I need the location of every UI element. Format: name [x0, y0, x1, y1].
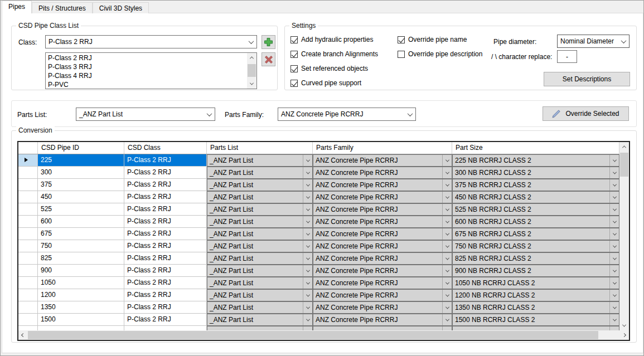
csd-class-cell[interactable]: P-Class 2 RRJ [124, 154, 207, 167]
list-item[interactable]: P-Class 4 RRJ [46, 71, 247, 80]
override-selected-button[interactable]: Override Selected [543, 106, 629, 121]
part-size-cell[interactable]: 450 NB RCRRJ CLASS 2 [452, 191, 619, 203]
parts-family-cell[interactable]: ANZ Concrete Pipe RCRRJ [313, 314, 452, 326]
csd-pipe-id-cell[interactable]: 1350 [38, 301, 124, 314]
grid-corner-cell[interactable] [18, 142, 38, 154]
csd-pipe-id-cell[interactable]: 900 [38, 265, 124, 277]
checkbox-curved-pipe-support[interactable]: Curved pipe support [290, 79, 361, 87]
parts-family-cell[interactable]: ANZ Concrete Pipe RCRRJ [313, 289, 452, 301]
class-list-scrollbar[interactable] [247, 53, 256, 89]
part-size-cell[interactable]: 1200 NB RCRRJ CLASS 2 [452, 289, 619, 301]
table-row[interactable]: 675P-Class 2 RRJ_ANZ Part ListANZ Concre… [18, 228, 619, 240]
list-item[interactable]: P-Class 2 RRJ [46, 53, 247, 62]
csd-pipe-id-cell[interactable]: 375 [38, 179, 124, 191]
class-listbox[interactable]: P-Class 2 RRJP-Class 3 RRJP-Class 4 RRJP… [45, 52, 257, 89]
csd-pipe-id-cell[interactable]: 1050 [38, 277, 124, 289]
parts-list-cell[interactable]: _ANZ Part List [207, 216, 313, 228]
row-header-cell[interactable] [18, 326, 38, 330]
list-item[interactable]: P-Class 3 RRJ [46, 62, 247, 71]
table-row[interactable]: 375P-Class 2 RRJ_ANZ Part ListANZ Concre… [18, 179, 619, 191]
parts-family-cell[interactable]: ANZ Concrete Pipe RCRRJ [313, 277, 452, 289]
csd-class-cell[interactable]: P-Class 2 RRJ [124, 191, 207, 203]
table-row[interactable]: 225P-Class 2 RRJ_ANZ Part ListANZ Concre… [18, 154, 619, 167]
csd-pipe-id-cell[interactable]: 600 [38, 216, 124, 228]
delete-class-button[interactable] [262, 52, 275, 66]
parts-list-cell[interactable]: _ANZ Part List [207, 289, 313, 301]
column-header-parts-list[interactable]: Parts List [207, 142, 313, 154]
part-size-cell[interactable]: 1050 NB RCRRJ CLASS 2 [452, 277, 619, 289]
column-header-csd-class[interactable]: CSD Class [124, 142, 207, 154]
scrollbar-thumb[interactable] [248, 64, 256, 77]
scrollbar-thumb[interactable] [28, 331, 598, 339]
part-size-cell[interactable]: 225 NB RCRRJ CLASS 2 [452, 154, 619, 167]
table-row[interactable]: 600P-Class 2 RRJ_ANZ Part ListANZ Concre… [18, 216, 619, 228]
csd-class-cell[interactable]: P-Class 2 RRJ [124, 265, 207, 277]
csd-pipe-id-cell[interactable]: 300 [38, 167, 124, 179]
csd-class-cell[interactable]: P-Class 2 RRJ [124, 203, 207, 216]
part-size-cell[interactable]: 300 NB RCRRJ CLASS 2 [452, 167, 619, 179]
scroll-up-button[interactable] [619, 142, 629, 152]
parts-list-cell[interactable]: _ANZ Part List [207, 314, 313, 326]
column-header-part-size[interactable]: Part Size [452, 142, 619, 154]
table-row[interactable]: 825P-Class 2 RRJ_ANZ Part ListANZ Concre… [18, 252, 619, 265]
csd-pipe-id-cell[interactable]: 750 [38, 240, 124, 252]
row-header-cell[interactable] [18, 167, 38, 179]
csd-pipe-id-cell[interactable] [38, 326, 124, 330]
column-header-csd-pipe-id[interactable]: CSD Pipe ID [38, 142, 124, 154]
parts-list-cell[interactable]: _ANZ Part List [207, 191, 313, 203]
class-combobox[interactable]: P-Class 2 RRJ [45, 35, 257, 48]
row-header-cell[interactable] [18, 289, 38, 301]
row-header-cell[interactable] [18, 252, 38, 265]
parts-list-cell[interactable]: _ANZ Part List [207, 203, 313, 216]
parts-list-combobox[interactable]: _ANZ Part List [76, 108, 215, 121]
checkbox-create-branch-alignments[interactable]: Create branch Alignments [290, 50, 378, 58]
scroll-left-button[interactable] [18, 330, 28, 340]
list-item[interactable]: P-PVC [46, 80, 247, 89]
table-row[interactable]: 1500P-Class 2 RRJ_ANZ Part ListANZ Concr… [18, 314, 619, 326]
csd-pipe-id-cell[interactable]: 525 [38, 203, 124, 216]
parts-family-cell[interactable]: ANZ Concrete Pipe RCRRJ [313, 191, 452, 203]
part-size-cell[interactable] [452, 326, 619, 330]
table-row[interactable]: 1050P-Class 2 RRJ_ANZ Part ListANZ Concr… [18, 277, 619, 289]
part-size-cell[interactable]: 750 NB RCRRJ CLASS 2 [452, 240, 619, 252]
csd-pipe-id-cell[interactable]: 825 [38, 252, 124, 265]
parts-family-cell[interactable]: ANZ Concrete Pipe RCRRJ [313, 179, 452, 191]
parts-list-cell[interactable]: _ANZ Part List [207, 240, 313, 252]
parts-list-cell[interactable]: _ANZ Part List [207, 265, 313, 277]
csd-class-cell[interactable]: P-Class 2 RRJ [124, 277, 207, 289]
grid-horizontal-scrollbar[interactable] [18, 330, 629, 340]
scroll-down-button[interactable] [247, 79, 256, 89]
checkbox-override-pipe-description[interactable]: Override pipe description [398, 50, 482, 58]
csd-pipe-id-cell[interactable]: 1200 [38, 289, 124, 301]
csd-class-cell[interactable]: P-Class 2 RRJ [124, 252, 207, 265]
table-row[interactable]: 525P-Class 2 RRJ_ANZ Part ListANZ Concre… [18, 203, 619, 216]
scroll-up-button[interactable] [247, 53, 256, 62]
grid-vertical-scrollbar[interactable] [619, 142, 629, 330]
parts-family-cell[interactable]: ANZ Concrete Pipe RCRRJ [313, 301, 452, 314]
table-row[interactable]: 1200P-Class 2 RRJ_ANZ Part ListANZ Concr… [18, 289, 619, 301]
char-replace-field[interactable] [557, 50, 577, 63]
add-class-button[interactable] [262, 35, 275, 49]
parts-family-cell[interactable]: ANZ Concrete Pipe RCRRJ [313, 228, 452, 240]
csd-pipe-id-cell[interactable]: 675 [38, 228, 124, 240]
scrollbar-thumb[interactable] [620, 153, 628, 177]
tab-pits-structures[interactable]: Pits / Structures [32, 2, 93, 13]
tab-civil-3d-styles[interactable]: Civil 3D Styles [93, 2, 149, 13]
csd-class-cell[interactable]: P-Class 2 RRJ [124, 167, 207, 179]
part-size-cell[interactable]: 375 NB RCRRJ CLASS 2 [452, 179, 619, 191]
parts-family-cell[interactable]: ANZ Concrete Pipe RCRRJ [313, 265, 452, 277]
parts-family-cell[interactable]: ANZ Concrete Pipe RCRRJ [313, 216, 452, 228]
part-size-cell[interactable]: 525 NB RCRRJ CLASS 2 [452, 203, 619, 216]
parts-family-cell[interactable]: ANZ Concrete Pipe RCRRJ [313, 252, 452, 265]
parts-list-cell[interactable]: _ANZ Part List [207, 179, 313, 191]
scroll-right-button[interactable] [619, 330, 629, 340]
part-size-cell[interactable]: 600 NB RCRRJ CLASS 2 [452, 216, 619, 228]
csd-pipe-id-cell[interactable]: 450 [38, 191, 124, 203]
row-header-cell[interactable] [18, 179, 38, 191]
set-descriptions-button[interactable]: Set Descriptions [544, 72, 630, 86]
csd-class-cell[interactable]: P-Class 2 RRJ [124, 314, 207, 326]
row-header-cell[interactable] [18, 216, 38, 228]
parts-list-cell[interactable]: _ANZ Part List [207, 167, 313, 179]
csd-class-cell[interactable]: P-Class 2 RRJ [124, 228, 207, 240]
parts-family-cell[interactable]: ANZ Concrete Pipe RCRRJ [313, 203, 452, 216]
